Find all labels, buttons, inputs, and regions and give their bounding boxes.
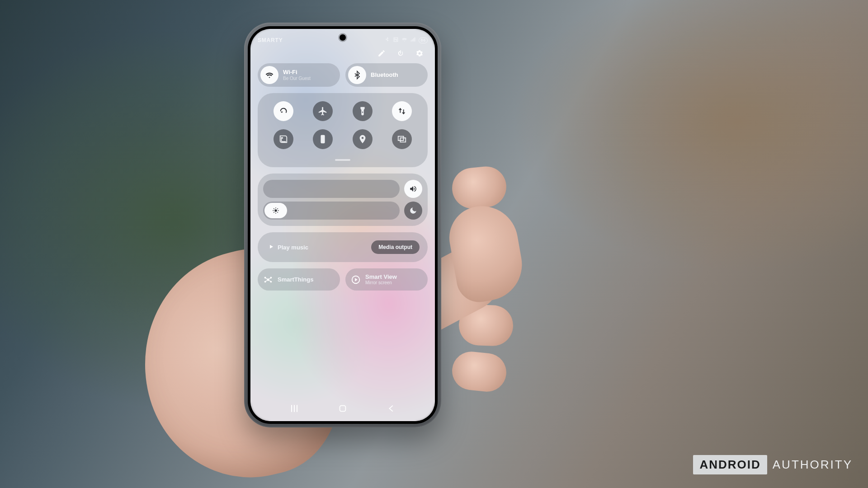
wifi-icon[interactable]: [260, 66, 278, 84]
edit-icon[interactable]: [377, 49, 386, 58]
media-panel: Play music Media output: [258, 232, 428, 262]
smartthings-tile[interactable]: SmartThings: [258, 268, 340, 291]
mobile-data-toggle[interactable]: [392, 101, 412, 121]
battery-level: 86: [419, 38, 428, 43]
watermark: ANDROID AUTHORITY: [693, 455, 853, 474]
punch-hole-camera: [340, 34, 346, 41]
multi-window-toggle[interactable]: [392, 129, 412, 149]
brightness-slider[interactable]: [263, 202, 400, 220]
panel-actions: [258, 46, 428, 63]
photo-background: SMARTY 86: [0, 0, 868, 488]
watermark-brand-boxed: ANDROID: [693, 455, 767, 474]
auto-rotate-toggle[interactable]: [274, 101, 293, 121]
status-icons: 86: [384, 37, 428, 44]
phone-frame: SMARTY 86: [244, 23, 441, 427]
svg-point-0: [281, 137, 283, 139]
wifi-tile[interactable]: Wi-Fi Be Our Guest: [258, 63, 340, 87]
play-music-label: Play music: [278, 244, 308, 251]
bluetooth-title: Bluetooth: [371, 72, 398, 78]
navigation-bar: [250, 400, 435, 417]
smartthings-label: SmartThings: [278, 276, 313, 283]
play-music-button[interactable]: Play music: [269, 244, 308, 251]
recents-button[interactable]: [289, 404, 299, 413]
bluetooth-status-icon: [384, 37, 390, 44]
brightness-slider-row: [262, 200, 423, 221]
svg-point-2: [267, 278, 269, 281]
phone-screen: SMARTY 86: [250, 29, 435, 421]
sliders-panel: [258, 174, 428, 226]
mobile-hotspot-toggle[interactable]: [274, 129, 293, 149]
volume-slider[interactable]: [263, 180, 400, 198]
dark-mode-button[interactable]: [404, 202, 422, 220]
smart-row: SmartThings Smart View Mirror screen: [258, 268, 428, 291]
media-output-button[interactable]: Media output: [371, 240, 420, 254]
smartview-title: Smart View: [365, 274, 397, 280]
power-saving-toggle[interactable]: [313, 129, 333, 149]
play-icon: [269, 244, 274, 251]
signal-status-icon: [410, 37, 416, 44]
flashlight-toggle[interactable]: [353, 101, 373, 121]
bluetooth-tile[interactable]: Bluetooth: [345, 63, 428, 87]
svg-rect-8: [340, 406, 346, 412]
watermark-brand-rest: AUTHORITY: [773, 458, 853, 472]
smartview-icon: [351, 275, 361, 285]
nfc-status-icon: [393, 37, 399, 44]
back-button[interactable]: [387, 404, 396, 413]
smartview-subtitle: Mirror screen: [365, 280, 397, 285]
wifi-subtitle: Be Our Guest: [283, 76, 311, 81]
home-button[interactable]: [338, 404, 348, 413]
bluetooth-icon[interactable]: [348, 66, 366, 84]
carrier-label: SMARTY: [258, 37, 283, 43]
connectivity-row: Wi-Fi Be Our Guest Bluetooth: [258, 63, 428, 87]
gear-icon[interactable]: [415, 49, 424, 58]
mute-icon: [269, 185, 277, 194]
wifi-status-icon: [401, 37, 407, 44]
drag-handle-icon[interactable]: [335, 159, 350, 161]
smartthings-icon: [263, 275, 273, 285]
power-icon[interactable]: [396, 49, 405, 58]
svg-point-1: [274, 209, 277, 211]
volume-expand-button[interactable]: [404, 180, 422, 198]
volume-slider-row: [262, 178, 423, 200]
airplane-mode-toggle[interactable]: [313, 101, 333, 121]
quick-toggle-panel: [258, 93, 428, 167]
location-toggle[interactable]: [353, 129, 373, 149]
smartview-tile[interactable]: Smart View Mirror screen: [345, 268, 428, 291]
brightness-thumb[interactable]: [264, 203, 287, 218]
wifi-title: Wi-Fi: [283, 69, 311, 75]
